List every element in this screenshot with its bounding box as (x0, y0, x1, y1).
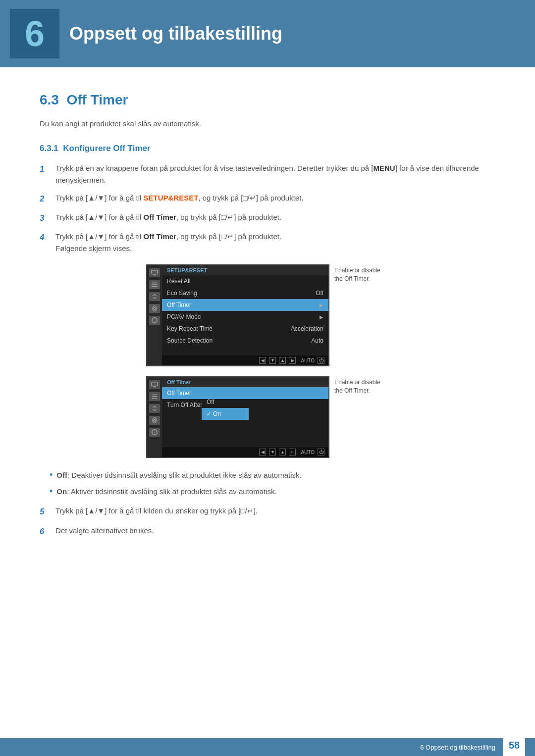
menu-ui-2: Off Timer Off Timer Turn Off After (162, 377, 328, 447)
sidebar-icon-display (149, 268, 160, 277)
bottom-bar-1: ◀ ▼ ▲ ▶ AUTO ⏻ (162, 355, 328, 365)
menu-ui-1: SETUP&RESET Reset All Eco SavingOff Off … (162, 265, 328, 355)
step-6: 6 Det valgte alternativet brukes. (40, 525, 495, 538)
menu-item-eco-saving: Eco SavingOff (162, 287, 328, 299)
bullet-on: • On: Aktiver tidsinnstilt avslåing slik… (50, 486, 495, 498)
sidebar-icon-gear (149, 304, 160, 313)
svg-point-15 (154, 419, 156, 421)
btn-right-1: ▶ (289, 357, 296, 364)
sidebar-icon-arrows (149, 292, 160, 301)
monitor-screen-1: i SETUP&RESET Reset All Eco SavingOf (146, 264, 329, 366)
chapter-number: 6 (10, 9, 59, 58)
sidebar-icons-2: i (147, 377, 162, 457)
dropdown-2: Off ✓ On (202, 396, 249, 420)
sidebar-icon-info: i (149, 316, 160, 325)
bottom-bar-2: ◀ ▼ ▲ ↵ AUTO ⏻ (162, 447, 328, 457)
header-banner: 6 Oppsett og tilbakestilling (0, 0, 535, 67)
btn-left-2: ◀ (259, 449, 266, 455)
menu-spacer-2 (162, 420, 328, 447)
svg-rect-9 (152, 382, 158, 386)
steps-list: 1 Trykk på en av knappene foran på produ… (40, 162, 495, 254)
bullet-off: • Off: Deaktiver tidsinnstilt avslåing s… (50, 470, 495, 481)
sidebar-icon-gear-2 (149, 416, 160, 425)
monitor-screen-2: i Off Timer Off Timer Turn Off After (146, 376, 329, 458)
footer-text: 6 Oppsett og tilbakestilling (420, 744, 495, 751)
dropdown-off: Off (202, 396, 249, 408)
full-monitor-1: i SETUP&RESET Reset All Eco SavingOf (147, 265, 328, 365)
screenshots-container: i SETUP&RESET Reset All Eco SavingOf (40, 264, 495, 458)
btn-left-1: ◀ (259, 357, 266, 364)
sidebar-icon-lines-2 (149, 392, 160, 401)
menu-header-2: Off Timer (162, 377, 328, 387)
page-footer: 6 Oppsett og tilbakestilling 58 (0, 738, 535, 756)
menu-item-off-timer: Off Timer▶ (162, 299, 328, 311)
section-description: Du kan angi at produktet skal slås av au… (40, 118, 495, 130)
btn-up-1: ▲ (279, 357, 286, 364)
menu-spacer-1 (162, 347, 328, 355)
sidebar-icon-display-2 (149, 380, 160, 389)
section-heading: 6.3 Off Timer (40, 92, 495, 108)
svg-point-6 (154, 307, 156, 309)
step-2: 2 Trykk på [▲/▼] for å gå til SETUP&RESE… (40, 192, 495, 205)
svg-text:i: i (154, 319, 155, 323)
svg-text:i: i (154, 431, 155, 435)
sidebar-icon-arrows-2 (149, 404, 160, 413)
menu-area-2: Off Timer Off Timer Turn Off After (162, 377, 328, 457)
btn-power-2: ⏻ (318, 449, 324, 455)
screenshot-2: i Off Timer Off Timer Turn Off After (146, 376, 389, 458)
screenshot-1: i SETUP&RESET Reset All Eco SavingOf (146, 264, 389, 366)
screen-note-1: Enable or disable the Off Timer. (334, 266, 389, 283)
bullet-list: • Off: Deaktiver tidsinnstilt avslåing s… (40, 470, 495, 497)
menu-item-reset-all: Reset All (162, 275, 328, 287)
menu-area-1: SETUP&RESET Reset All Eco SavingOff Off … (162, 265, 328, 365)
screen-note-2: Enable or disable the Off Timer. (334, 378, 389, 395)
header-title: Oppsett og tilbakestilling (69, 23, 282, 44)
footer-page-number: 58 (503, 734, 525, 756)
step-1: 1 Trykk på en av knappene foran på produ… (40, 162, 495, 186)
menu-item-source-detection: Source DetectionAuto (162, 335, 328, 347)
main-content: 6.3 Off Timer Du kan angi at produktet s… (0, 87, 535, 588)
step-3: 3 Trykk på [▲/▼] for å gå til Off Timer,… (40, 211, 495, 225)
menu-item-pcav: PC/AV Mode▶ (162, 311, 328, 323)
full-monitor-2: i Off Timer Off Timer Turn Off After (147, 377, 328, 457)
sidebar-icon-lines (149, 280, 160, 289)
btn-up-2: ▲ (279, 449, 286, 455)
btn-down-2: ▼ (269, 449, 276, 455)
btn-enter-2: ↵ (289, 449, 296, 455)
svg-rect-0 (152, 270, 158, 274)
dropdown-on: ✓ On (202, 408, 249, 420)
sidebar-icon-info-2: i (149, 428, 160, 437)
subsection-heading: 6.3.1 Konfigurere Off Timer (40, 144, 495, 153)
btn-power-1: ⏻ (318, 357, 324, 364)
menu-items-1: Reset All Eco SavingOff Off Timer▶ PC/AV… (162, 275, 328, 347)
menu-item-key-repeat: Key Repeat TimeAcceleration (162, 323, 328, 335)
steps-after-list: 5 Trykk på [▲/▼] for å gå til kilden du … (40, 505, 495, 538)
step-5: 5 Trykk på [▲/▼] for å gå til kilden du … (40, 505, 495, 518)
menu-header-1: SETUP&RESET (162, 265, 328, 275)
step-4: 4 Trykk på [▲/▼] for å gå til Off Timer,… (40, 231, 495, 254)
btn-down-1: ▼ (269, 357, 276, 364)
sidebar-icons-1: i (147, 265, 162, 365)
